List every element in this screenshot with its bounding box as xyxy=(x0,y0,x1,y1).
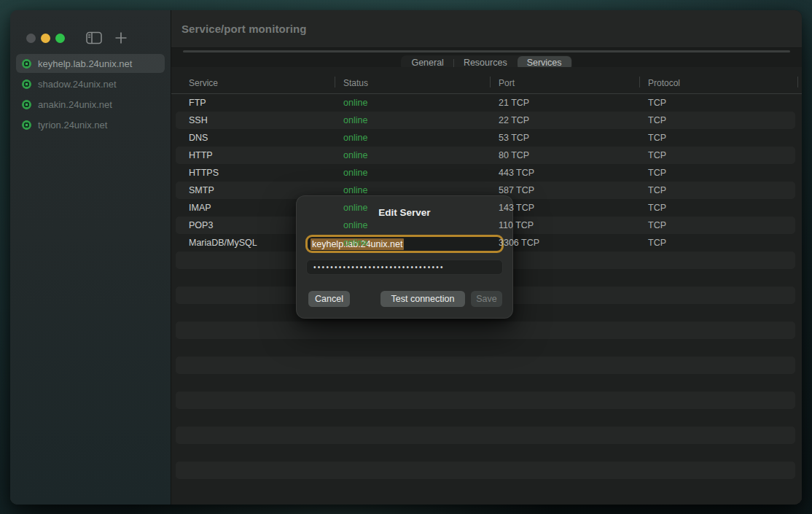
cell-port xyxy=(490,427,639,444)
table-row-empty xyxy=(171,409,802,427)
services-table: ServiceStatusPortProtocol FTPonline21 TC… xyxy=(171,67,802,505)
table-row[interactable]: FTPonline21 TCPTCP xyxy=(171,94,802,112)
window-controls xyxy=(10,10,171,45)
cell-protocol xyxy=(639,374,802,392)
table-row[interactable]: SSHonline22 TCPTCP xyxy=(171,112,802,129)
table-body: FTPonline21 TCPTCPSSHonline22 TCPTCPDNSo… xyxy=(171,94,802,479)
cell-protocol xyxy=(639,304,802,322)
cell-protocol xyxy=(639,462,802,479)
table-row[interactable]: POP3online110 TCPTCP xyxy=(171,217,802,234)
cell-service: HTTPS xyxy=(171,164,335,182)
toggle-sidebar-icon[interactable] xyxy=(86,31,102,44)
server-list: keyhelp.lab.24unix.netshadow.24unix.neta… xyxy=(10,54,171,134)
cell-status: online xyxy=(335,182,490,199)
cell-protocol xyxy=(639,287,802,304)
table-row-empty xyxy=(171,339,802,357)
cell-service: POP3 xyxy=(171,217,335,234)
cell-service xyxy=(171,427,335,444)
sidebar-item-server[interactable]: shadow.24unix.net xyxy=(16,74,165,93)
cell-service xyxy=(171,444,335,462)
cell-service xyxy=(171,339,335,357)
column-header-port[interactable]: Port xyxy=(490,78,639,93)
desktop: { "window_title": "Service/port monitori… xyxy=(0,0,812,514)
cell-port: 143 TCP xyxy=(490,199,639,217)
cell-protocol xyxy=(639,269,802,287)
table-row-empty xyxy=(171,322,802,339)
cell-port xyxy=(490,374,639,392)
table-row[interactable]: MariaDB/MySQLonline3306 TCPTCP xyxy=(171,234,802,252)
cell-service: DNS xyxy=(171,129,335,147)
app-window: keyhelp.lab.24unix.netshadow.24unix.neta… xyxy=(10,10,802,505)
close-button[interactable] xyxy=(26,34,36,43)
cell-service: SMTP xyxy=(171,182,335,199)
cell-port xyxy=(490,462,639,479)
cell-port xyxy=(490,287,639,304)
toolbar-divider xyxy=(183,50,790,52)
cell-service xyxy=(171,322,335,339)
cell-service xyxy=(171,392,335,409)
cell-protocol xyxy=(639,357,802,374)
column-header-protocol[interactable]: Protocol xyxy=(639,78,802,93)
cell-status xyxy=(335,287,490,304)
cell-port xyxy=(490,304,639,322)
table-row[interactable]: SMTPonline587 TCPTCP xyxy=(171,182,802,199)
sidebar-item-server[interactable]: keyhelp.lab.24unix.net xyxy=(16,54,165,73)
cell-service: IMAP xyxy=(171,199,335,217)
cell-status xyxy=(335,357,490,374)
column-header-service[interactable]: Service xyxy=(171,78,335,93)
server-label: keyhelp.lab.24unix.net xyxy=(38,58,132,69)
cell-status: online xyxy=(335,112,490,129)
column-divider xyxy=(335,77,335,87)
table-row[interactable]: HTTPSonline443 TCPTCP xyxy=(171,164,802,182)
cell-status xyxy=(335,392,490,409)
table-row-empty xyxy=(171,287,802,304)
cell-port: 587 TCP xyxy=(490,182,639,199)
cell-port xyxy=(490,409,639,427)
cell-port xyxy=(490,392,639,409)
cell-status: online xyxy=(335,94,490,112)
cell-service: SSH xyxy=(171,112,335,129)
table-row[interactable]: DNSonline53 TCPTCP xyxy=(171,129,802,147)
cell-status xyxy=(335,462,490,479)
cell-protocol: TCP xyxy=(639,217,802,234)
cell-status xyxy=(335,269,490,287)
cell-service xyxy=(171,252,335,269)
cell-protocol xyxy=(639,322,802,339)
sidebar-item-server[interactable]: tyrion.24unix.net xyxy=(16,115,165,134)
table-row-empty xyxy=(171,392,802,409)
table-row-empty xyxy=(171,462,802,479)
page-title: Service/port monitoring xyxy=(181,23,307,35)
cell-status: online xyxy=(335,199,490,217)
cell-protocol xyxy=(639,427,802,444)
cell-protocol: TCP xyxy=(639,94,802,112)
cell-status: online xyxy=(335,234,490,252)
add-server-icon[interactable] xyxy=(114,31,128,44)
sidebar: keyhelp.lab.24unix.netshadow.24unix.neta… xyxy=(10,10,171,505)
table-row[interactable]: IMAPonline143 TCPTCP xyxy=(171,199,802,217)
server-label: anakin.24unix.net xyxy=(38,99,112,110)
table-row-empty xyxy=(171,357,802,374)
cell-port xyxy=(490,269,639,287)
cell-port: 3306 TCP xyxy=(490,234,639,252)
table-row-empty xyxy=(171,374,802,392)
cell-status xyxy=(335,409,490,427)
table-row[interactable]: HTTPonline80 TCPTCP xyxy=(171,147,802,164)
cell-service: HTTP xyxy=(171,147,335,164)
content-area: GeneralResourcesServices ServiceStatusPo… xyxy=(171,48,802,505)
column-divider xyxy=(797,77,798,87)
zoom-button[interactable] xyxy=(55,34,65,43)
minimize-button[interactable] xyxy=(41,34,50,43)
table-row-empty xyxy=(171,252,802,269)
cell-protocol xyxy=(639,392,802,409)
cell-service xyxy=(171,269,335,287)
cell-protocol xyxy=(639,409,802,427)
cell-port xyxy=(490,322,639,339)
sidebar-item-server[interactable]: anakin.24unix.net xyxy=(16,95,165,114)
cell-port xyxy=(490,339,639,357)
cell-protocol xyxy=(639,339,802,357)
column-header-status[interactable]: Status xyxy=(335,78,490,93)
cell-status: online xyxy=(335,147,490,164)
cell-service xyxy=(171,287,335,304)
cell-status xyxy=(335,339,490,357)
table-row-empty xyxy=(171,304,802,322)
